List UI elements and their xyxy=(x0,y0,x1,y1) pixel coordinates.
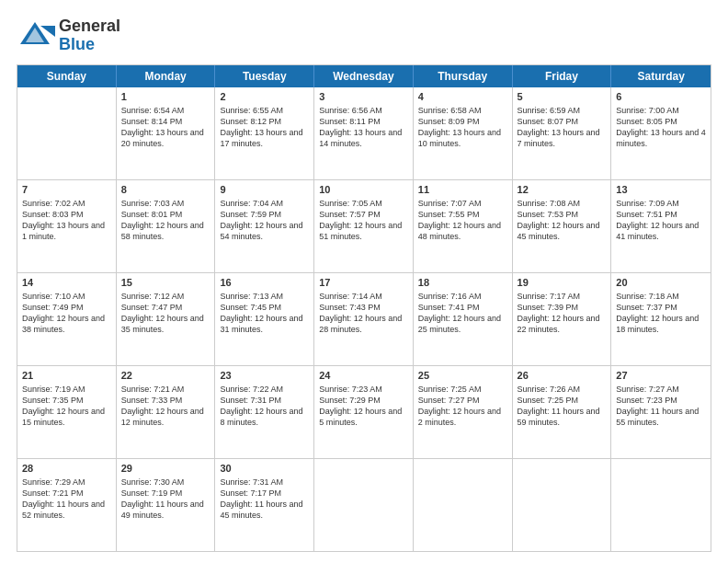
calendar-body: 1Sunrise: 6:54 AM Sunset: 8:14 PM Daylig… xyxy=(17,87,711,551)
day-number: 13 xyxy=(616,184,706,195)
logo: General Blue xyxy=(17,17,120,55)
calendar-day-empty xyxy=(414,459,513,551)
calendar-day-30: 30Sunrise: 7:31 AM Sunset: 7:17 PM Dayli… xyxy=(215,459,314,551)
day-number: 25 xyxy=(418,370,507,381)
calendar-row-4: 21Sunrise: 7:19 AM Sunset: 7:35 PM Dayli… xyxy=(17,365,711,458)
day-info: Sunrise: 7:26 AM Sunset: 7:25 PM Dayligh… xyxy=(518,384,607,429)
calendar-day-20: 20Sunrise: 7:18 AM Sunset: 7:37 PM Dayli… xyxy=(611,273,711,365)
day-header-tuesday: Tuesday xyxy=(215,65,314,87)
calendar-day-17: 17Sunrise: 7:14 AM Sunset: 7:43 PM Dayli… xyxy=(314,273,414,365)
day-number: 6 xyxy=(616,91,706,102)
day-number: 11 xyxy=(418,184,507,195)
calendar-day-12: 12Sunrise: 7:08 AM Sunset: 7:53 PM Dayli… xyxy=(513,180,612,272)
day-header-friday: Friday xyxy=(513,65,612,87)
header: General Blue xyxy=(17,17,711,55)
calendar-day-5: 5Sunrise: 6:59 AM Sunset: 8:07 PM Daylig… xyxy=(513,87,612,179)
day-info: Sunrise: 7:18 AM Sunset: 7:37 PM Dayligh… xyxy=(616,291,706,336)
day-info: Sunrise: 7:17 AM Sunset: 7:39 PM Dayligh… xyxy=(518,291,607,336)
day-info: Sunrise: 7:19 AM Sunset: 7:35 PM Dayligh… xyxy=(22,384,111,429)
day-info: Sunrise: 7:09 AM Sunset: 7:51 PM Dayligh… xyxy=(616,198,706,243)
calendar-day-7: 7Sunrise: 7:02 AM Sunset: 8:03 PM Daylig… xyxy=(17,180,117,272)
day-info: Sunrise: 7:29 AM Sunset: 7:21 PM Dayligh… xyxy=(22,477,111,522)
day-number: 10 xyxy=(319,184,408,195)
day-header-wednesday: Wednesday xyxy=(314,65,414,87)
day-number: 29 xyxy=(121,463,210,474)
day-info: Sunrise: 6:58 AM Sunset: 8:09 PM Dayligh… xyxy=(418,105,507,150)
calendar-day-26: 26Sunrise: 7:26 AM Sunset: 7:25 PM Dayli… xyxy=(513,366,612,458)
calendar-day-6: 6Sunrise: 7:00 AM Sunset: 8:05 PM Daylig… xyxy=(611,87,711,179)
day-number: 20 xyxy=(616,277,706,288)
calendar-day-2: 2Sunrise: 6:55 AM Sunset: 8:12 PM Daylig… xyxy=(215,87,314,179)
day-info: Sunrise: 7:04 AM Sunset: 7:59 PM Dayligh… xyxy=(220,198,309,243)
calendar-day-empty xyxy=(513,459,612,551)
calendar-row-2: 7Sunrise: 7:02 AM Sunset: 8:03 PM Daylig… xyxy=(17,179,711,272)
day-number: 22 xyxy=(121,370,210,381)
day-info: Sunrise: 6:56 AM Sunset: 8:11 PM Dayligh… xyxy=(319,105,408,150)
calendar-row-5: 28Sunrise: 7:29 AM Sunset: 7:21 PM Dayli… xyxy=(17,458,711,551)
calendar-day-25: 25Sunrise: 7:25 AM Sunset: 7:27 PM Dayli… xyxy=(414,366,513,458)
day-number: 28 xyxy=(22,463,111,474)
day-number: 21 xyxy=(22,370,111,381)
day-info: Sunrise: 7:05 AM Sunset: 7:57 PM Dayligh… xyxy=(319,198,408,243)
day-info: Sunrise: 7:21 AM Sunset: 7:33 PM Dayligh… xyxy=(121,384,210,429)
calendar: SundayMondayTuesdayWednesdayThursdayFrid… xyxy=(17,64,711,552)
logo-blue-text: Blue xyxy=(59,36,120,54)
calendar-day-27: 27Sunrise: 7:27 AM Sunset: 7:23 PM Dayli… xyxy=(611,366,711,458)
day-number: 30 xyxy=(220,463,309,474)
day-info: Sunrise: 6:59 AM Sunset: 8:07 PM Dayligh… xyxy=(518,105,607,150)
logo-text: General Blue xyxy=(59,17,120,54)
calendar-day-8: 8Sunrise: 7:03 AM Sunset: 8:01 PM Daylig… xyxy=(117,180,216,272)
page: General Blue SundayMondayTuesdayWednesda… xyxy=(0,0,728,563)
calendar-day-empty xyxy=(17,87,117,179)
calendar-row-3: 14Sunrise: 7:10 AM Sunset: 7:49 PM Dayli… xyxy=(17,272,711,365)
day-info: Sunrise: 7:16 AM Sunset: 7:41 PM Dayligh… xyxy=(418,291,507,336)
day-info: Sunrise: 7:30 AM Sunset: 7:19 PM Dayligh… xyxy=(121,477,210,522)
calendar-day-empty xyxy=(314,459,414,551)
day-info: Sunrise: 7:14 AM Sunset: 7:43 PM Dayligh… xyxy=(319,291,408,336)
calendar-day-10: 10Sunrise: 7:05 AM Sunset: 7:57 PM Dayli… xyxy=(314,180,414,272)
day-number: 1 xyxy=(121,91,210,102)
day-number: 8 xyxy=(121,184,210,195)
calendar-day-21: 21Sunrise: 7:19 AM Sunset: 7:35 PM Dayli… xyxy=(17,366,117,458)
day-number: 12 xyxy=(518,184,607,195)
day-info: Sunrise: 7:22 AM Sunset: 7:31 PM Dayligh… xyxy=(220,384,309,429)
calendar-day-28: 28Sunrise: 7:29 AM Sunset: 7:21 PM Dayli… xyxy=(17,459,117,551)
calendar-day-19: 19Sunrise: 7:17 AM Sunset: 7:39 PM Dayli… xyxy=(513,273,612,365)
day-number: 15 xyxy=(121,277,210,288)
calendar-day-24: 24Sunrise: 7:23 AM Sunset: 7:29 PM Dayli… xyxy=(314,366,414,458)
calendar-day-29: 29Sunrise: 7:30 AM Sunset: 7:19 PM Dayli… xyxy=(117,459,216,551)
day-info: Sunrise: 7:25 AM Sunset: 7:27 PM Dayligh… xyxy=(418,384,507,429)
calendar-day-11: 11Sunrise: 7:07 AM Sunset: 7:55 PM Dayli… xyxy=(414,180,513,272)
day-number: 23 xyxy=(220,370,309,381)
day-header-saturday: Saturday xyxy=(611,65,711,87)
day-number: 7 xyxy=(22,184,111,195)
day-header-sunday: Sunday xyxy=(17,65,117,87)
day-info: Sunrise: 7:08 AM Sunset: 7:53 PM Dayligh… xyxy=(518,198,607,243)
day-info: Sunrise: 6:55 AM Sunset: 8:12 PM Dayligh… xyxy=(220,105,309,150)
calendar-day-empty xyxy=(611,459,711,551)
calendar-day-13: 13Sunrise: 7:09 AM Sunset: 7:51 PM Dayli… xyxy=(611,180,711,272)
day-info: Sunrise: 7:07 AM Sunset: 7:55 PM Dayligh… xyxy=(418,198,507,243)
calendar-day-18: 18Sunrise: 7:16 AM Sunset: 7:41 PM Dayli… xyxy=(414,273,513,365)
day-info: Sunrise: 7:12 AM Sunset: 7:47 PM Dayligh… xyxy=(121,291,210,336)
day-info: Sunrise: 7:03 AM Sunset: 8:01 PM Dayligh… xyxy=(121,198,210,243)
calendar-day-3: 3Sunrise: 6:56 AM Sunset: 8:11 PM Daylig… xyxy=(314,87,414,179)
day-number: 2 xyxy=(220,91,309,102)
calendar-header: SundayMondayTuesdayWednesdayThursdayFrid… xyxy=(17,65,711,87)
day-number: 27 xyxy=(616,370,706,381)
logo-svg xyxy=(17,17,55,55)
calendar-day-4: 4Sunrise: 6:58 AM Sunset: 8:09 PM Daylig… xyxy=(414,87,513,179)
day-info: Sunrise: 6:54 AM Sunset: 8:14 PM Dayligh… xyxy=(121,105,210,150)
day-number: 19 xyxy=(518,277,607,288)
day-number: 5 xyxy=(518,91,607,102)
day-number: 4 xyxy=(418,91,507,102)
day-info: Sunrise: 7:13 AM Sunset: 7:45 PM Dayligh… xyxy=(220,291,309,336)
calendar-day-14: 14Sunrise: 7:10 AM Sunset: 7:49 PM Dayli… xyxy=(17,273,117,365)
logo-general-text: General xyxy=(59,17,120,36)
calendar-day-22: 22Sunrise: 7:21 AM Sunset: 7:33 PM Dayli… xyxy=(117,366,216,458)
calendar-day-1: 1Sunrise: 6:54 AM Sunset: 8:14 PM Daylig… xyxy=(117,87,216,179)
day-number: 14 xyxy=(22,277,111,288)
calendar-row-1: 1Sunrise: 6:54 AM Sunset: 8:14 PM Daylig… xyxy=(17,87,711,179)
day-info: Sunrise: 7:23 AM Sunset: 7:29 PM Dayligh… xyxy=(319,384,408,429)
day-header-thursday: Thursday xyxy=(414,65,513,87)
